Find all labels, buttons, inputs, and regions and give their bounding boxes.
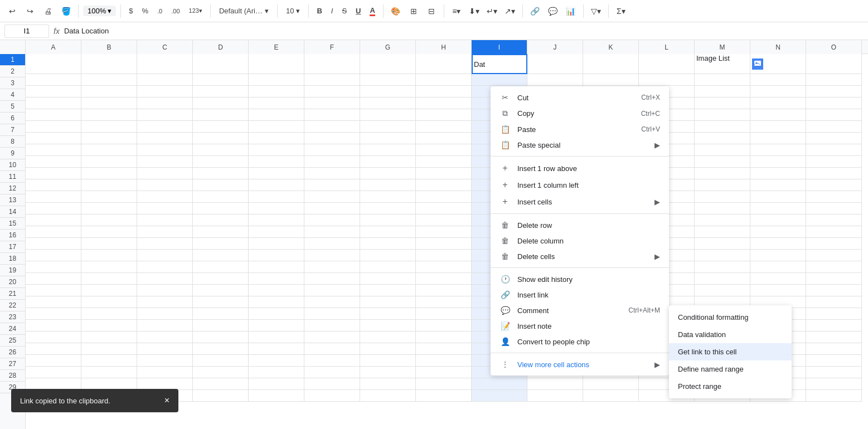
- row-header-15[interactable]: 15: [0, 218, 25, 230]
- borders-button[interactable]: ⊞: [406, 3, 421, 19]
- submenu-item-conditional-formatting[interactable]: Conditional formatting: [669, 309, 792, 326]
- row-header-12[interactable]: 12: [0, 183, 25, 194]
- menu-item-delete-row[interactable]: 🗑 Delete row: [491, 217, 669, 233]
- cell-c3[interactable]: [137, 86, 193, 98]
- menu-item-delete-cells[interactable]: 🗑 Delete cells ▶: [491, 248, 669, 264]
- row-header-21[interactable]: 21: [0, 288, 25, 300]
- col-header-e[interactable]: E: [249, 40, 304, 54]
- cell-g4[interactable]: [360, 98, 416, 109]
- formula-input[interactable]: [64, 25, 864, 38]
- cell-h4[interactable]: [416, 98, 472, 109]
- italic-button[interactable]: I: [328, 4, 337, 17]
- menu-item-insert-note[interactable]: 📝 Insert note: [491, 318, 669, 334]
- cell-a2[interactable]: [26, 74, 81, 86]
- row-header-6[interactable]: 6: [0, 113, 25, 124]
- merge-button[interactable]: ⊟: [424, 3, 439, 19]
- undo-button[interactable]: ↩: [4, 3, 20, 19]
- submenu-item-protect-range[interactable]: Protect range: [669, 378, 792, 395]
- cell-a4[interactable]: [26, 98, 81, 109]
- row-header-20[interactable]: 20: [0, 276, 25, 288]
- currency-button[interactable]: $: [125, 4, 136, 17]
- row-header-22[interactable]: 22: [0, 300, 25, 311]
- row-header-8[interactable]: 8: [0, 136, 25, 148]
- menu-item-convert-chip[interactable]: 👤 Convert to people chip: [491, 334, 669, 349]
- chart-button[interactable]: 📊: [563, 3, 579, 19]
- col-header-i[interactable]: I: [472, 40, 527, 54]
- decimal-more-button[interactable]: .00: [168, 6, 183, 17]
- cell-m2[interactable]: [695, 74, 750, 86]
- cell-m4[interactable]: [695, 98, 750, 109]
- cell-e4[interactable]: [249, 98, 304, 109]
- cell-c2[interactable]: [137, 74, 193, 86]
- cell-l1[interactable]: [639, 54, 695, 74]
- col-header-f[interactable]: F: [304, 40, 360, 54]
- menu-item-edit-history[interactable]: 🕐 Show edit history: [491, 271, 669, 287]
- row-header-23[interactable]: 23: [0, 311, 25, 323]
- menu-item-insert-col[interactable]: + Insert 1 column left: [491, 177, 669, 193]
- submenu-item-get-link[interactable]: Get link to this cell: [669, 343, 792, 360]
- cell-a1[interactable]: [26, 54, 81, 74]
- cell-f1[interactable]: [304, 54, 360, 74]
- row-header-7[interactable]: 7: [0, 124, 25, 136]
- font-name-dropdown[interactable]: Default (Ari… ▾: [215, 5, 273, 17]
- cell-a3[interactable]: [26, 86, 81, 98]
- row-header-4[interactable]: 4: [0, 89, 25, 101]
- row-header-14[interactable]: 14: [0, 206, 25, 218]
- print-button[interactable]: 🖨: [40, 3, 56, 19]
- zoom-dropdown[interactable]: 100% ▾: [83, 6, 116, 16]
- cell-c4[interactable]: [137, 98, 193, 109]
- function-button[interactable]: Σ▾: [613, 3, 629, 19]
- strikethrough-button[interactable]: S: [338, 4, 350, 17]
- cell-i2[interactable]: [472, 74, 527, 86]
- cell-g1[interactable]: [360, 54, 416, 74]
- cell-g3[interactable]: [360, 86, 416, 98]
- row-header-10[interactable]: 10: [0, 159, 25, 171]
- cell-k2[interactable]: [583, 74, 639, 86]
- highlight-button[interactable]: 🎨: [388, 3, 404, 19]
- cell-h1[interactable]: [416, 54, 472, 74]
- textwrap-button[interactable]: ↵▾: [484, 3, 500, 19]
- cell-e2[interactable]: [249, 74, 304, 86]
- col-header-b[interactable]: B: [81, 40, 137, 54]
- cell-m1[interactable]: Image List: [695, 54, 750, 74]
- cell-d1[interactable]: [193, 54, 249, 74]
- menu-item-comment[interactable]: 💬 Comment Ctrl+Alt+M: [491, 303, 669, 318]
- decimal-less-button[interactable]: .0: [154, 6, 166, 17]
- submenu-item-data-validation[interactable]: Data validation: [669, 326, 792, 343]
- cell-e3[interactable]: [249, 86, 304, 98]
- cell-g2[interactable]: [360, 74, 416, 86]
- row-header-25[interactable]: 25: [0, 335, 25, 347]
- comment-button[interactable]: 💬: [545, 3, 561, 19]
- valign-button[interactable]: ⬇▾: [467, 3, 482, 19]
- cell-l2[interactable]: [639, 74, 695, 86]
- row-header-18[interactable]: 18: [0, 253, 25, 265]
- cell-d2[interactable]: [193, 74, 249, 86]
- cell-k1[interactable]: [583, 54, 639, 74]
- cell-d4[interactable]: [193, 98, 249, 109]
- filter-button[interactable]: ▽▾: [588, 3, 604, 19]
- row-header-1[interactable]: 1: [0, 54, 25, 66]
- toast-close-button[interactable]: ×: [164, 396, 169, 406]
- col-header-o[interactable]: O: [806, 40, 862, 54]
- menu-item-paste-special[interactable]: 📋 Paste special ▶: [491, 137, 669, 153]
- cell-b3[interactable]: [81, 86, 137, 98]
- cell-f2[interactable]: [304, 74, 360, 86]
- paint-format-button[interactable]: 🪣: [58, 3, 74, 19]
- cell-c1[interactable]: [137, 54, 193, 74]
- col-header-g[interactable]: G: [360, 40, 416, 54]
- cell-o3[interactable]: [806, 86, 862, 98]
- underline-button[interactable]: U: [352, 4, 364, 17]
- cell-d3[interactable]: [193, 86, 249, 98]
- row-header-27[interactable]: 27: [0, 358, 25, 370]
- bold-button[interactable]: B: [313, 4, 325, 17]
- redo-button[interactable]: ↪: [22, 3, 38, 19]
- col-header-a[interactable]: A: [26, 40, 81, 54]
- rotate-button[interactable]: ↗▾: [502, 3, 518, 19]
- format-123-button[interactable]: 123▾: [186, 5, 206, 17]
- cell-n2[interactable]: [750, 74, 806, 86]
- col-header-h[interactable]: H: [416, 40, 472, 54]
- cell-b4[interactable]: [81, 98, 137, 109]
- cell-b1[interactable]: [81, 54, 137, 74]
- cell-h3[interactable]: [416, 86, 472, 98]
- menu-item-insert-cells[interactable]: + Insert cells ▶: [491, 193, 669, 210]
